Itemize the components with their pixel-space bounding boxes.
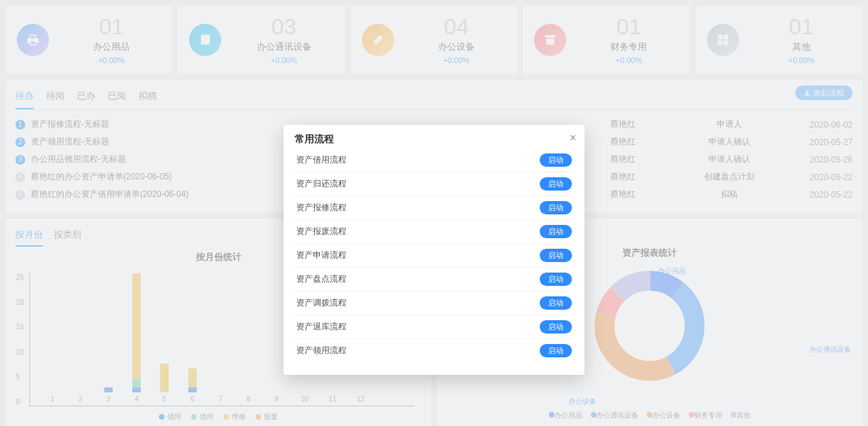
flow-name: 资产退库流程 xyxy=(296,321,346,333)
start-button[interactable]: 启动 xyxy=(540,320,572,334)
flow-row: 资产调拨流程 启动 xyxy=(295,291,573,315)
start-button[interactable]: 启动 xyxy=(540,344,572,357)
flow-name: 资产借用流程 xyxy=(296,154,346,166)
flow-row: 资产归还流程 启动 xyxy=(295,172,573,196)
close-icon[interactable]: × xyxy=(570,132,576,144)
flow-list: 资产借用流程 启动 资产归还流程 启动 资产报修流程 启动 资产报废流程 启动 … xyxy=(295,149,573,362)
flow-name: 资产归还流程 xyxy=(296,178,346,190)
flow-row: 资产报废流程 启动 xyxy=(295,220,573,244)
flow-name: 资产盘点流程 xyxy=(296,273,346,285)
flow-row: 资产申请流程 启动 xyxy=(295,244,573,268)
start-button[interactable]: 启动 xyxy=(540,296,572,310)
flow-row: 资产退库流程 启动 xyxy=(295,315,573,339)
flow-row: 资产领用流程 启动 xyxy=(295,339,573,362)
flow-name: 资产申请流程 xyxy=(296,249,346,261)
common-flow-modal: 常用流程 × 资产借用流程 启动 资产归还流程 启动 资产报修流程 启动 资产报… xyxy=(284,125,584,375)
start-button[interactable]: 启动 xyxy=(540,201,572,214)
start-button[interactable]: 启动 xyxy=(540,153,572,167)
flow-name: 资产领用流程 xyxy=(296,345,346,357)
start-button[interactable]: 启动 xyxy=(540,273,572,286)
flow-row: 资产报修流程 启动 xyxy=(295,196,573,220)
start-button[interactable]: 启动 xyxy=(540,225,572,238)
flow-name: 资产报废流程 xyxy=(296,226,346,238)
flow-row: 资产借用流程 启动 xyxy=(295,149,573,172)
modal-title: 常用流程 xyxy=(295,133,573,146)
flow-name: 资产报修流程 xyxy=(296,202,346,214)
start-button[interactable]: 启动 xyxy=(540,249,572,262)
start-button[interactable]: 启动 xyxy=(540,177,572,191)
flow-row: 资产盘点流程 启动 xyxy=(295,268,573,291)
flow-name: 资产调拨流程 xyxy=(296,297,346,309)
